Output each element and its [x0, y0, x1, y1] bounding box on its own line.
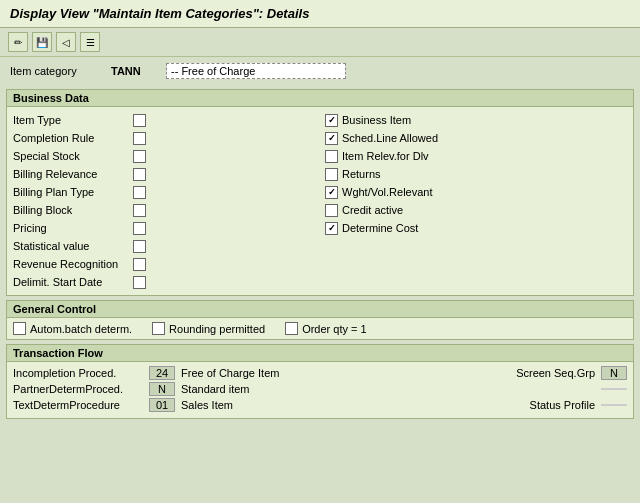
business-right-label: Wght/Vol.Relevant	[342, 186, 433, 198]
transaction-flow-header: Transaction Flow	[7, 345, 633, 362]
general-control-label: Order qty = 1	[302, 323, 367, 335]
general-control-header: General Control	[7, 301, 633, 318]
transaction-description: Standard item	[181, 383, 489, 395]
business-left-row: Billing Plan Type	[13, 183, 315, 201]
business-left-label: Revenue Recognition	[13, 258, 133, 270]
item-category-row: Item category TANN	[0, 57, 640, 85]
business-left-checkbox[interactable]	[133, 240, 146, 253]
business-left-label: Special Stock	[13, 150, 133, 162]
business-left-checkbox[interactable]	[133, 186, 146, 199]
transaction-value: N	[149, 382, 175, 396]
business-left-checkbox[interactable]	[133, 150, 146, 163]
business-left-label: Item Type	[13, 114, 133, 126]
business-data-body: Item TypeCompletion RuleSpecial StockBil…	[7, 107, 633, 295]
item-category-label: Item category	[10, 65, 100, 77]
business-right-checkbox[interactable]	[325, 114, 338, 127]
transaction-right-label: Screen Seq.Grp	[495, 367, 595, 379]
transaction-flow-body: Incompletion Proced.24Free of Charge Ite…	[7, 362, 633, 418]
business-right-label: Item Relev.for Dlv	[342, 150, 429, 162]
business-left-row: Billing Relevance	[13, 165, 315, 183]
business-left-label: Billing Relevance	[13, 168, 133, 180]
business-left-row: Pricing	[13, 219, 315, 237]
business-right-checkbox[interactable]	[325, 132, 338, 145]
business-left-checkbox[interactable]	[133, 204, 146, 217]
business-right-label: Business Item	[342, 114, 411, 126]
business-data-section: Business Data Item TypeCompletion RuleSp…	[6, 89, 634, 296]
business-left-label: Billing Plan Type	[13, 186, 133, 198]
business-data-left: Item TypeCompletion RuleSpecial StockBil…	[13, 111, 315, 291]
business-left-checkbox[interactable]	[133, 168, 146, 181]
item-category-code: TANN	[108, 64, 158, 78]
general-control-label: Autom.batch determ.	[30, 323, 132, 335]
business-left-checkbox[interactable]	[133, 276, 146, 289]
business-left-row: Billing Block	[13, 201, 315, 219]
business-right-label: Sched.Line Allowed	[342, 132, 438, 144]
business-left-label: Delimit. Start Date	[13, 276, 133, 288]
business-right-row: Returns	[325, 165, 627, 183]
transaction-right-value: N	[601, 366, 627, 380]
transaction-value: 01	[149, 398, 175, 412]
business-left-row: Delimit. Start Date	[13, 273, 315, 291]
transaction-label: PartnerDetermProced.	[13, 383, 143, 395]
general-control-field: Order qty = 1	[285, 322, 367, 335]
business-right-checkbox[interactable]	[325, 222, 338, 235]
business-right-row: Determine Cost	[325, 219, 627, 237]
business-left-checkbox[interactable]	[133, 222, 146, 235]
business-left-label: Statistical value	[13, 240, 133, 252]
item-category-description[interactable]	[166, 63, 346, 79]
transaction-flow-row: Incompletion Proced.24Free of Charge Ite…	[13, 366, 627, 380]
transaction-right-value	[601, 388, 627, 390]
pencil-icon[interactable]: ✏	[8, 32, 28, 52]
transaction-description: Sales Item	[181, 399, 489, 411]
business-left-row: Item Type	[13, 111, 315, 129]
business-right-checkbox[interactable]	[325, 186, 338, 199]
business-left-checkbox[interactable]	[133, 258, 146, 271]
transaction-flow-row: TextDetermProcedure01Sales ItemStatus Pr…	[13, 398, 627, 412]
general-control-checkbox[interactable]	[13, 322, 26, 335]
business-left-row: Statistical value	[13, 237, 315, 255]
business-right-row: Item Relev.for Dlv	[325, 147, 627, 165]
save-icon[interactable]: 💾	[32, 32, 52, 52]
toolbar: ✏ 💾 ◁ ☰	[0, 28, 640, 57]
business-left-checkbox[interactable]	[133, 132, 146, 145]
transaction-value: 24	[149, 366, 175, 380]
general-control-checkbox[interactable]	[152, 322, 165, 335]
general-control-field: Rounding permitted	[152, 322, 265, 335]
business-left-row: Special Stock	[13, 147, 315, 165]
transaction-description: Free of Charge Item	[181, 367, 489, 379]
back-icon[interactable]: ◁	[56, 32, 76, 52]
general-control-section: General Control Autom.batch determ.Round…	[6, 300, 634, 340]
business-right-checkbox[interactable]	[325, 204, 338, 217]
business-data-cols: Item TypeCompletion RuleSpecial StockBil…	[13, 111, 627, 291]
page-title: Display View "Maintain Item Categories":…	[0, 0, 640, 28]
transaction-flow-row: PartnerDetermProced.NStandard item	[13, 382, 627, 396]
business-left-row: Revenue Recognition	[13, 255, 315, 273]
business-right-label: Returns	[342, 168, 381, 180]
business-right-row: Credit active	[325, 201, 627, 219]
transaction-right-value	[601, 404, 627, 406]
general-control-field: Autom.batch determ.	[13, 322, 132, 335]
general-control-body: Autom.batch determ.Rounding permittedOrd…	[7, 318, 633, 339]
business-data-right: Business ItemSched.Line AllowedItem Rele…	[315, 111, 627, 291]
business-left-label: Pricing	[13, 222, 133, 234]
transaction-label: TextDetermProcedure	[13, 399, 143, 411]
business-left-checkbox[interactable]	[133, 114, 146, 127]
general-control-checkbox[interactable]	[285, 322, 298, 335]
menu-icon[interactable]: ☰	[80, 32, 100, 52]
transaction-flow-section: Transaction Flow Incompletion Proced.24F…	[6, 344, 634, 419]
business-right-row: Business Item	[325, 111, 627, 129]
business-right-row: Wght/Vol.Relevant	[325, 183, 627, 201]
business-data-header: Business Data	[7, 90, 633, 107]
business-left-label: Billing Block	[13, 204, 133, 216]
transaction-right-label: Status Profile	[495, 399, 595, 411]
business-left-label: Completion Rule	[13, 132, 133, 144]
business-right-row: Sched.Line Allowed	[325, 129, 627, 147]
business-right-label: Determine Cost	[342, 222, 418, 234]
business-right-checkbox[interactable]	[325, 150, 338, 163]
business-right-checkbox[interactable]	[325, 168, 338, 181]
transaction-label: Incompletion Proced.	[13, 367, 143, 379]
business-left-row: Completion Rule	[13, 129, 315, 147]
business-right-label: Credit active	[342, 204, 403, 216]
general-control-label: Rounding permitted	[169, 323, 265, 335]
